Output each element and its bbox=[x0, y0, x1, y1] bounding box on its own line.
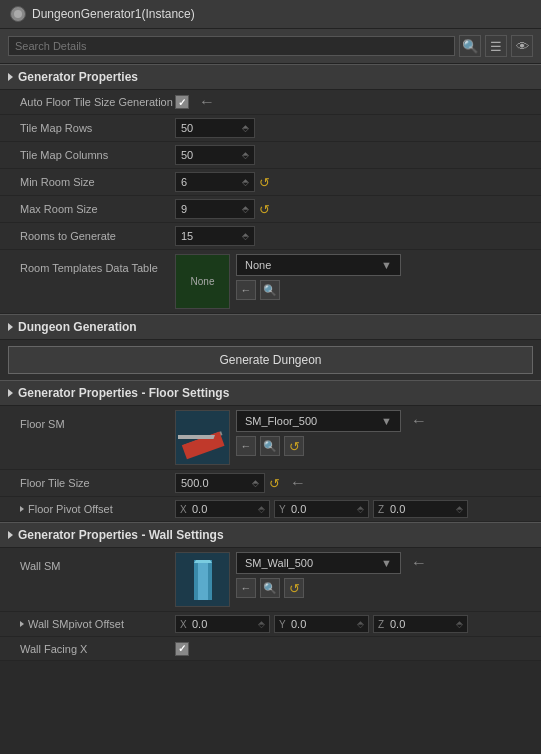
svg-rect-3 bbox=[196, 560, 210, 600]
floor-sm-search-btn[interactable]: 🔍 bbox=[260, 436, 280, 456]
wall-pivot-x-field[interactable]: X 0.0 ⬘ bbox=[175, 615, 270, 633]
wall-sm-dropdown-arrow-icon: ▼ bbox=[381, 557, 392, 569]
floor-tile-size-input[interactable]: 500.0 ⬘ bbox=[175, 473, 265, 493]
tile-map-rows-value: 50 ⬘ bbox=[175, 118, 533, 138]
wall-sm-back-btn[interactable]: ← bbox=[236, 578, 256, 598]
floor-pivot-z-val: 0.0 bbox=[390, 503, 405, 515]
z-spin-icon: ⬘ bbox=[456, 504, 463, 514]
generate-dungeon-button[interactable]: Generate Dungeon bbox=[8, 346, 533, 374]
floor-settings-area: Floor SM SM_Floor_500 ▼ ← ← bbox=[0, 406, 541, 522]
max-room-reset-btn[interactable]: ↺ bbox=[259, 202, 270, 217]
room-templates-dropdown[interactable]: None ▼ bbox=[236, 254, 401, 276]
wall-sm-search-btn[interactable]: 🔍 bbox=[260, 578, 280, 598]
wall-pivot-y-val: 0.0 bbox=[291, 618, 306, 630]
floor-sm-thumb[interactable] bbox=[175, 410, 230, 465]
tile-map-columns-value: 50 ⬘ bbox=[175, 145, 533, 165]
floor-sm-back-btn[interactable]: ← bbox=[236, 436, 256, 456]
floor-pivot-y-val: 0.0 bbox=[291, 503, 306, 515]
wy-label: Y bbox=[279, 619, 289, 630]
tile-map-rows-row: Tile Map Rows 50 ⬘ bbox=[0, 115, 541, 142]
wall-facing-x-row: Wall Facing X bbox=[0, 637, 541, 661]
floor-sm-label: Floor SM bbox=[20, 410, 175, 430]
svg-rect-5 bbox=[208, 560, 212, 600]
wall-pivot-y-field[interactable]: Y 0.0 ⬘ bbox=[274, 615, 369, 633]
dungeon-generation-area: Generate Dungeon bbox=[0, 340, 541, 380]
tile-map-rows-input[interactable]: 50 ⬘ bbox=[175, 118, 255, 138]
wall-sm-reset-btn[interactable]: ↺ bbox=[284, 578, 304, 598]
dungeon-generation-header[interactable]: Dungeon Generation bbox=[0, 314, 541, 340]
tile-map-columns-input[interactable]: 50 ⬘ bbox=[175, 145, 255, 165]
wall-sm-arrow: ← bbox=[411, 554, 427, 572]
auto-floor-tile-row: Auto Floor Tile Size Generation ← bbox=[0, 90, 541, 115]
floor-settings-header[interactable]: Generator Properties - Floor Settings bbox=[0, 380, 541, 406]
floor-pivot-y-field[interactable]: Y 0.0 ⬘ bbox=[274, 500, 369, 518]
wall-sm-thumb[interactable] bbox=[175, 552, 230, 607]
auto-floor-arrow: ← bbox=[199, 93, 215, 111]
wall-sm-dropdown[interactable]: SM_Wall_500 ▼ bbox=[236, 552, 401, 574]
floor-sm-value: SM_Floor_500 ▼ ← ← 🔍 ↺ bbox=[175, 410, 533, 465]
dungeon-collapse-triangle bbox=[8, 323, 13, 331]
wall-pivot-z-val: 0.0 bbox=[390, 618, 405, 630]
wx-label: X bbox=[180, 619, 190, 630]
rooms-to-generate-value: 15 ⬘ bbox=[175, 226, 533, 246]
wall-facing-x-checkbox[interactable] bbox=[175, 642, 189, 656]
y-spin-icon: ⬘ bbox=[357, 504, 364, 514]
auto-floor-tile-label: Auto Floor Tile Size Generation bbox=[20, 96, 175, 108]
max-room-size-input[interactable]: 9 ⬘ bbox=[175, 199, 255, 219]
list-button[interactable]: ☰ bbox=[485, 35, 507, 57]
rooms-to-generate-row: Rooms to Generate 15 ⬘ bbox=[0, 223, 541, 250]
room-templates-back-btn[interactable]: ← bbox=[236, 280, 256, 300]
wx-spin-icon: ⬘ bbox=[258, 619, 265, 629]
floor-pivot-xyz: X 0.0 ⬘ Y 0.0 ⬘ Z 0.0 ⬘ bbox=[175, 500, 468, 518]
spin-icon: ⬘ bbox=[242, 123, 249, 133]
floor-tile-size-value: 500.0 ⬘ ↺ ← bbox=[175, 473, 533, 493]
wall-settings-header[interactable]: Generator Properties - Wall Settings bbox=[0, 522, 541, 548]
floor-settings-title: Generator Properties - Floor Settings bbox=[18, 386, 229, 400]
auto-floor-tile-value: ← bbox=[175, 93, 533, 111]
floor-sm-controls: SM_Floor_500 ▼ ← ← 🔍 ↺ bbox=[236, 410, 427, 456]
svg-rect-2 bbox=[178, 435, 215, 439]
generator-properties-header[interactable]: Generator Properties bbox=[0, 64, 541, 90]
search-button[interactable]: 🔍 bbox=[459, 35, 481, 57]
spin-icon: ⬘ bbox=[242, 231, 249, 241]
floor-pivot-z-field[interactable]: Z 0.0 ⬘ bbox=[373, 500, 468, 518]
eye-button[interactable]: 👁 bbox=[511, 35, 533, 57]
room-templates-search-btn[interactable]: 🔍 bbox=[260, 280, 280, 300]
wall-pivot-z-field[interactable]: Z 0.0 ⬘ bbox=[373, 615, 468, 633]
wz-spin-icon: ⬘ bbox=[456, 619, 463, 629]
floor-sm-dropdown[interactable]: SM_Floor_500 ▼ bbox=[236, 410, 401, 432]
wz-label: Z bbox=[378, 619, 388, 630]
auto-floor-checkbox[interactable] bbox=[175, 95, 189, 109]
wall-sm-controls: SM_Wall_500 ▼ ← ← 🔍 ↺ bbox=[236, 552, 427, 598]
floor-sm-reset-btn[interactable]: ↺ bbox=[284, 436, 304, 456]
generator-properties-area: Auto Floor Tile Size Generation ← Tile M… bbox=[0, 90, 541, 314]
room-templates-thumb[interactable]: None bbox=[175, 254, 230, 309]
wy-spin-icon: ⬘ bbox=[357, 619, 364, 629]
dungeon-generation-title: Dungeon Generation bbox=[18, 320, 137, 334]
floor-sm-btn-row: ← 🔍 ↺ bbox=[236, 436, 427, 456]
floor-pivot-x-field[interactable]: X 0.0 ⬘ bbox=[175, 500, 270, 518]
max-room-size-label: Max Room Size bbox=[20, 203, 175, 215]
wall-pivot-tri bbox=[20, 621, 24, 627]
room-templates-value: None None ▼ ← 🔍 bbox=[175, 254, 533, 309]
spin-icon: ⬘ bbox=[242, 204, 249, 214]
x-label: X bbox=[180, 504, 190, 515]
wall-pivot-label: Wall SMpivot Offset bbox=[20, 618, 175, 630]
auto-floor-checkbox-area bbox=[175, 95, 189, 109]
floor-tile-reset-btn[interactable]: ↺ bbox=[269, 476, 280, 491]
search-input[interactable] bbox=[8, 36, 455, 56]
floor-collapse-triangle bbox=[8, 389, 13, 397]
min-room-size-input[interactable]: 6 ⬘ bbox=[175, 172, 255, 192]
floor-pivot-label: Floor Pivot Offset bbox=[20, 503, 175, 515]
min-room-reset-btn[interactable]: ↺ bbox=[259, 175, 270, 190]
wall-sm-row: Wall SM SM_Wall_500 ▼ ← bbox=[0, 548, 541, 612]
room-templates-label: Room Templates Data Table bbox=[20, 254, 175, 274]
floor-sm-dropdown-arrow-icon: ▼ bbox=[381, 415, 392, 427]
min-room-size-label: Min Room Size bbox=[20, 176, 175, 188]
wall-sm-btn-row: ← 🔍 ↺ bbox=[236, 578, 427, 598]
svg-rect-4 bbox=[194, 560, 198, 600]
wall-settings-area: Wall SM SM_Wall_500 ▼ ← bbox=[0, 548, 541, 661]
rooms-to-generate-input[interactable]: 15 ⬘ bbox=[175, 226, 255, 246]
y-label: Y bbox=[279, 504, 289, 515]
dropdown-arrow-icon: ▼ bbox=[381, 259, 392, 271]
